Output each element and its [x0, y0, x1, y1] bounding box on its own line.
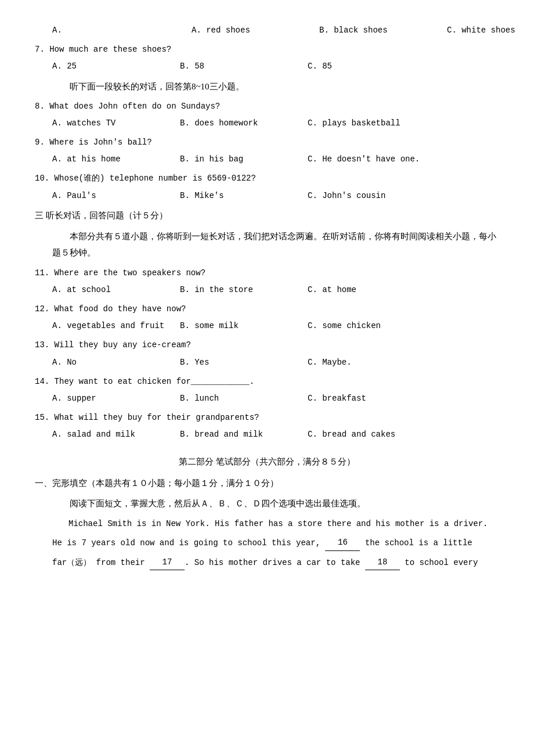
q14-option-b: B. lunch — [180, 391, 308, 406]
option-c-text: C. white shoes — [447, 23, 534, 38]
question-13-text: 13. Will they buy any ice-cream? — [35, 338, 499, 352]
question-7-options: A. 25 B. 58 C. 85 — [52, 59, 499, 74]
q7-option-c: C. 85 — [308, 59, 447, 74]
q13-option-b: B. Yes — [180, 355, 308, 370]
blank-17: 17 — [150, 555, 185, 571]
part2-section1-intro: 阅读下面短文，掌握大意，然后从Ａ、Ｂ、Ｃ、Ｄ四个选项中选出最佳选项。 — [52, 496, 499, 512]
question-10-options: A. Paul's B. Mike's C. John's cousin — [52, 189, 499, 203]
q15-option-b: B. bread and milk — [180, 427, 308, 442]
question-14-text: 14. They want to eat chicken for________… — [35, 375, 499, 389]
question-8-text: 8. What does John often do on Sundays? — [35, 99, 499, 114]
q14-option-a: A. supper — [52, 391, 180, 406]
q11-option-b: B. in the store — [180, 283, 308, 297]
question-7: 7. How much are these shoes? A. 25 B. 58… — [35, 42, 499, 74]
q12-option-c: C. some chicken — [308, 319, 447, 333]
question-11-options: A. at school B. in the store C. at home — [52, 283, 499, 297]
q10-option-b: B. Mike's — [180, 189, 308, 203]
section-intro-8-10: 听下面一段较长的对话，回答第8~10三小题。 — [52, 79, 499, 95]
question-9-text: 9. Where is John's ball? — [35, 135, 499, 150]
option-b-text: B. black shoes — [319, 23, 447, 38]
question-14-options: A. supper B. lunch C. breakfast — [52, 391, 499, 406]
option-a-text: A. red shoes — [192, 23, 319, 38]
question-12-text: 12. What food do they have now? — [35, 302, 499, 316]
q15-option-c: C. bread and cakes — [308, 427, 447, 442]
part2-header: 第二部分 笔试部分（共六部分，满分８５分） — [35, 454, 499, 470]
q9-option-b: B. in his bag — [180, 152, 308, 167]
blank-16: 16 — [325, 535, 360, 551]
question-9-options: A. at his home B. in his bag C. He doesn… — [52, 152, 499, 167]
q10-option-c: C. John's cousin — [308, 189, 447, 203]
section-3-header: 三 听长对话，回答问题（计５分） — [35, 208, 499, 224]
part2-section1-title: 一、完形填空（本题共有１０小题；每小题１分，满分１０分） — [35, 476, 499, 491]
paragraph-1: Michael Smith is in New York. His father… — [52, 516, 499, 532]
option-a-red-shoes: A. — [52, 23, 192, 38]
q8-option-a: A. watches TV — [52, 116, 180, 131]
question-10-text: 10. Whose(谁的) telephone number is 6569-0… — [35, 171, 499, 186]
q10-option-a: A. Paul's — [52, 189, 180, 203]
q15-option-a: A. salad and milk — [52, 427, 180, 442]
question-13: 13. Will they buy any ice-cream? A. No B… — [35, 338, 499, 369]
question-14: 14. They want to eat chicken for________… — [35, 375, 499, 406]
question-12: 12. What food do they have now? A. veget… — [35, 302, 499, 333]
question-7-text: 7. How much are these shoes? — [35, 42, 499, 57]
q13-option-a: A. No — [52, 355, 180, 370]
options-row-abc: A. A. red shoes B. black shoes C. white … — [52, 23, 499, 38]
q11-option-a: A. at school — [52, 283, 180, 297]
q12-option-a: A. vegetables and fruit — [52, 319, 180, 333]
q7-option-a: A. 25 — [52, 59, 180, 74]
paragraph-3: far（远） from their 17 . So his mother dri… — [52, 555, 499, 571]
question-11: 11. Where are the two speakers now? A. a… — [35, 266, 499, 297]
q11-option-c: C. at home — [308, 283, 447, 297]
paragraph-2: He is 7 years old now and is going to sc… — [52, 535, 499, 551]
question-15-text: 15. What will they buy for their grandpa… — [35, 411, 499, 425]
question-8-options: A. watches TV B. does homework C. plays … — [52, 116, 499, 131]
question-15: 15. What will they buy for their grandpa… — [35, 411, 499, 442]
section-3-intro: 本部分共有５道小题，你将听到一短长对话，我们把对话念两遍。在听对话前，你将有时间… — [52, 228, 499, 261]
question-12-options: A. vegetables and fruit B. some milk C. … — [52, 319, 499, 333]
question-15-options: A. salad and milk B. bread and milk C. b… — [52, 427, 499, 442]
question-13-options: A. No B. Yes C. Maybe. — [52, 355, 499, 370]
q8-option-c: C. plays basketball — [308, 116, 447, 131]
question-11-text: 11. Where are the two speakers now? — [35, 266, 499, 280]
q14-option-c: C. breakfast — [308, 391, 447, 406]
q12-option-b: B. some milk — [180, 319, 308, 333]
q7-option-b: B. 58 — [180, 59, 308, 74]
blank-18: 18 — [365, 555, 400, 571]
question-9: 9. Where is John's ball? A. at his home … — [35, 135, 499, 167]
q13-option-c: C. Maybe. — [308, 355, 447, 370]
question-8: 8. What does John often do on Sundays? A… — [35, 99, 499, 131]
q8-option-b: B. does homework — [180, 116, 308, 131]
q9-option-c: C. He doesn't have one. — [308, 152, 447, 167]
question-10: 10. Whose(谁的) telephone number is 6569-0… — [35, 171, 499, 203]
q9-option-a: A. at his home — [52, 152, 180, 167]
